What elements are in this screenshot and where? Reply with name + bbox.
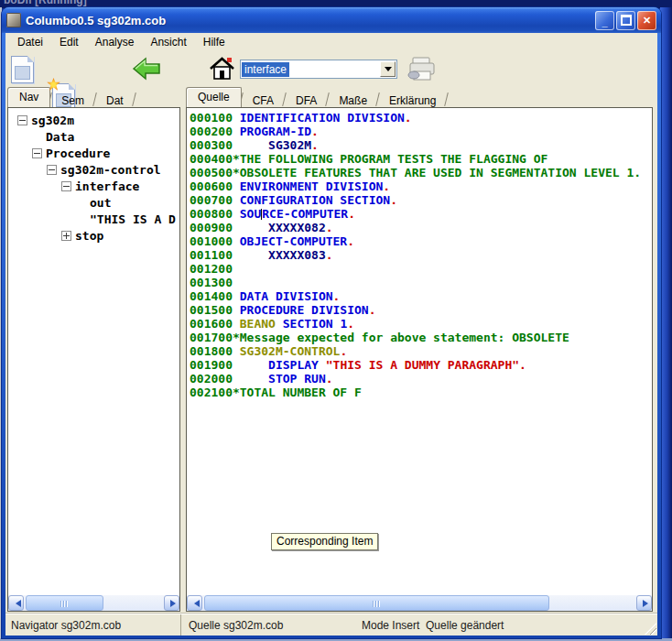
tab-cfa[interactable]: CFA	[242, 92, 285, 107]
tab-dat[interactable]: Dat	[95, 92, 135, 107]
code-line[interactable]: 000800 SOURCE-COMPUTER.	[190, 207, 652, 221]
titlebar[interactable]: Columbo0.5 sg302m.cob _ ✕	[2, 7, 661, 33]
code-line[interactable]: 001100 XXXXX083.	[190, 248, 652, 262]
code-line[interactable]: 000700 CONFIGURATION SECTION.	[190, 193, 652, 207]
arrow-right-icon	[170, 600, 179, 607]
scroll-left-button[interactable]	[8, 595, 24, 611]
code-line[interactable]: 001500 PROCEDURE DIVISION.	[190, 303, 652, 317]
scroll-left-button[interactable]	[187, 595, 202, 611]
tree-item-out[interactable]: out	[8, 194, 179, 211]
code-token: 000900	[190, 221, 240, 234]
code-token: 000300	[190, 138, 240, 152]
menu-item-datei[interactable]: Datei	[9, 34, 51, 50]
source-code-view[interactable]: 000100 IDENTIFICATION DIVISION.000200 PR…	[187, 108, 652, 595]
minimize-button[interactable]: _	[595, 11, 614, 30]
close-button[interactable]: ✕	[637, 11, 656, 30]
combobox-dropdown-button[interactable]	[380, 61, 396, 77]
code-token: .	[390, 193, 397, 207]
tree-item-data[interactable]: Data	[8, 128, 179, 145]
code-token	[276, 317, 283, 331]
status-mode-text: Mode Insert Quelle geändert	[362, 619, 504, 632]
tab-nav[interactable]: Nav	[7, 87, 50, 107]
expand-icon[interactable]	[61, 231, 71, 241]
code-line[interactable]: 001000 OBJECT-COMPUTER.	[190, 234, 652, 248]
tree-item-sg302m-control[interactable]: sg302m-control	[8, 161, 179, 178]
code-line[interactable]: 000500*OBSOLETE FEATURES THAT ARE USED I…	[190, 166, 652, 179]
new-document-button[interactable]	[11, 56, 34, 83]
tree-item-interface[interactable]: interface	[8, 178, 179, 194]
code-token: SG302M	[268, 138, 311, 152]
app-icon	[6, 13, 21, 27]
menu-item-ansicht[interactable]: Ansicht	[142, 34, 194, 50]
code-line[interactable]: 000900 XXXXX082.	[190, 221, 652, 234]
code-token: BEANO	[240, 317, 276, 331]
code-token: .	[519, 358, 526, 372]
arrow-left-icon	[12, 600, 21, 607]
code-line[interactable]: 001600 BEANO SECTION 1.	[190, 317, 652, 331]
scrollbar-thumb[interactable]	[26, 595, 103, 611]
code-token: .	[347, 317, 354, 331]
scrollbar-thumb[interactable]	[204, 595, 549, 611]
code-line[interactable]: 000200 PROGRAM-ID.	[190, 125, 652, 138]
tree-item-label: interface	[75, 179, 139, 193]
code-line[interactable]: 000100 IDENTIFICATION DIVISION.	[190, 111, 652, 125]
print-button[interactable]	[406, 55, 437, 86]
navigator-tree[interactable]: sg302mDataProceduresg302m-controlinterfa…	[8, 108, 179, 595]
tree-item-this-is-a-d[interactable]: "THIS IS A D	[8, 211, 179, 227]
code-line[interactable]: 000400*THE FOLLOWING PROGRAM TESTS THE F…	[190, 152, 652, 166]
source-scrollbar[interactable]	[187, 595, 652, 611]
navigator-scrollbar[interactable]	[8, 595, 179, 611]
code-line[interactable]: 000600 ENVIRONMENT DIVISION.	[190, 179, 652, 193]
collapse-icon[interactable]	[17, 115, 27, 125]
menu-item-hilfe[interactable]: Hilfe	[195, 34, 233, 50]
code-line[interactable]: 001900 DISPLAY "THIS IS A DUMMY PARAGRAP…	[190, 358, 652, 372]
code-line[interactable]: 001300	[190, 276, 652, 289]
symbol-combobox[interactable]: interface	[240, 60, 397, 79]
code-token: XXXXX082	[268, 221, 326, 234]
collapse-icon[interactable]	[47, 165, 57, 175]
tab-ma-e[interactable]: Maße	[328, 92, 378, 107]
code-token: 001100	[190, 248, 240, 262]
menu-bar: DateiEditAnalyseAnsichtHilfe	[5, 33, 657, 51]
tree-item-sg302m[interactable]: sg302m	[8, 112, 179, 128]
combobox-selected-text: interface	[242, 62, 289, 77]
code-token: .	[347, 234, 354, 248]
code-line[interactable]: 001800 SG302M-CONTROL.	[190, 344, 652, 358]
tab-quelle[interactable]: Quelle	[186, 87, 242, 107]
tree-item-label: sg302m	[31, 114, 74, 127]
code-token: *TOTAL NUMBER OF F	[233, 386, 362, 399]
code-token: 001800	[190, 344, 240, 358]
tree-item-procedure[interactable]: Procedure	[8, 145, 179, 161]
code-token: .	[348, 207, 355, 221]
scroll-right-button[interactable]	[636, 595, 652, 611]
menu-item-edit[interactable]: Edit	[51, 34, 87, 50]
collapse-icon[interactable]	[32, 148, 42, 158]
tab-dfa[interactable]: DFA	[285, 92, 328, 107]
tree-item-label: "THIS IS A D	[90, 212, 176, 226]
code-token: .	[311, 125, 319, 138]
code-line[interactable]: 001400 DATA DIVISION.	[190, 289, 652, 303]
tree-item-stop[interactable]: stop	[8, 227, 179, 244]
resize-grip[interactable]	[645, 623, 656, 635]
scroll-right-button[interactable]	[164, 595, 179, 611]
code-line[interactable]: 002100*TOTAL NUMBER OF F	[190, 386, 652, 399]
home-button[interactable]	[209, 55, 236, 86]
code-token: CONFIGURATION SECTION	[240, 193, 390, 207]
code-token: 000700	[190, 193, 240, 207]
maximize-button[interactable]	[616, 11, 635, 30]
code-line[interactable]: 001200	[190, 262, 652, 276]
code-token: 002100	[190, 386, 233, 399]
menu-item-analyse[interactable]: Analyse	[87, 34, 143, 50]
collapse-icon[interactable]	[61, 181, 71, 191]
code-token: RCE-COMPUTER	[262, 207, 348, 221]
tab-erkl-rung[interactable]: Erklärung	[378, 92, 447, 107]
code-token: 000800	[190, 207, 240, 221]
back-button[interactable]	[132, 57, 161, 84]
code-token: *OBSOLETE FEATURES THAT ARE USED IN SEGM…	[233, 166, 641, 179]
arrow-left-icon	[190, 600, 200, 607]
code-token	[240, 221, 268, 234]
tab-sem[interactable]: Sem	[50, 92, 95, 107]
code-line[interactable]: 000300 SG302M.	[190, 138, 652, 152]
code-line[interactable]: 002000 STOP RUN.	[190, 372, 652, 386]
code-line[interactable]: 001700*Message expected for above statem…	[190, 331, 652, 344]
